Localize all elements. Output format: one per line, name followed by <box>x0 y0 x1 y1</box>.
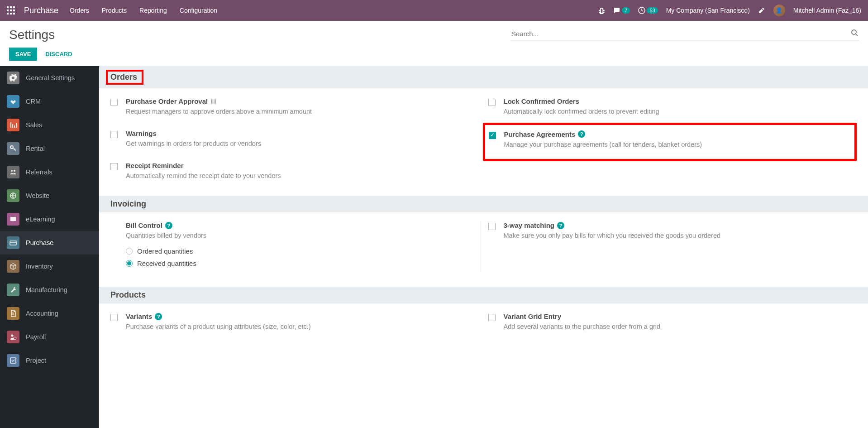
box-icon <box>7 260 19 273</box>
sidebar-item-inventory[interactable]: Inventory <box>0 255 99 278</box>
people-icon <box>7 166 19 178</box>
sidebar-item-manufacturing[interactable]: Manufacturing <box>0 278 99 302</box>
messages-icon[interactable]: 7 <box>613 7 630 14</box>
setting-3way-matching: 3-way matching? Make sure you only pay b… <box>488 221 857 241</box>
settings-block-invoicing: Bill Control? Quantities billed by vendo… <box>99 212 868 287</box>
checkbox-3way-matching[interactable] <box>488 223 496 230</box>
svg-point-3 <box>11 170 13 172</box>
checkbox-receipt-reminder[interactable] <box>110 163 118 170</box>
company-switcher[interactable]: My Company (San Francisco) <box>666 7 750 14</box>
svg-rect-11 <box>212 99 216 104</box>
settings-block-orders: Purchase Order Approval Request managers… <box>99 88 868 196</box>
sidebar-item-rental[interactable]: Rental <box>0 137 99 160</box>
sidebar-item-label: Inventory <box>26 263 53 270</box>
search-icon[interactable] <box>851 29 858 38</box>
sidebar-item-label: Payroll <box>26 333 46 341</box>
chart-icon <box>7 119 19 131</box>
nav-orders[interactable]: Orders <box>70 7 89 14</box>
settings-block-products: Variants? Purchase variants of a product… <box>99 303 868 347</box>
radio-ordered-quantities[interactable]: Ordered quantities <box>126 247 472 255</box>
setting-desc: Quantities billed by vendors <box>126 231 472 241</box>
sidebar-item-payroll[interactable]: Payroll <box>0 325 99 349</box>
document-icon: $ <box>7 307 19 320</box>
sidebar-item-label: Rental <box>26 145 45 152</box>
setting-title: Bill Control <box>126 221 162 229</box>
control-panel: Settings SAVE DISCARD <box>0 21 868 66</box>
nav-reporting[interactable]: Reporting <box>139 7 167 14</box>
section-header-orders: Orders <box>99 66 868 88</box>
setting-title: Receipt Reminder <box>126 162 479 169</box>
svg-point-8 <box>11 335 14 337</box>
setting-receipt-reminder: Receipt Reminder Automatically remind th… <box>110 162 479 181</box>
help-icon[interactable]: ? <box>165 222 172 229</box>
svg-point-4 <box>14 170 15 172</box>
sidebar-item-project[interactable]: Project <box>0 349 99 372</box>
sidebar-item-referrals[interactable]: Referrals <box>0 160 99 184</box>
sidebar-item-general-settings[interactable]: General Settings <box>0 66 99 90</box>
setting-desc: Automatically lock confirmed orders to p… <box>504 107 857 117</box>
svg-rect-6 <box>10 241 16 245</box>
checkbox-lock-confirmed[interactable] <box>488 99 496 106</box>
help-icon[interactable]: ? <box>578 130 585 138</box>
book-icon <box>7 213 19 226</box>
activities-badge: 53 <box>647 7 658 14</box>
radio-label: Received quantities <box>137 260 196 267</box>
sidebar-item-label: Purchase <box>26 239 53 246</box>
key-icon <box>7 142 19 155</box>
svg-text:$: $ <box>12 312 14 315</box>
handshake-icon <box>7 95 19 108</box>
page-title: Settings <box>9 28 74 42</box>
checkbox-purchase-order-approval[interactable] <box>110 99 118 106</box>
help-icon[interactable]: ? <box>155 313 162 320</box>
discard-button[interactable]: DISCARD <box>43 48 74 61</box>
radio-label: Ordered quantities <box>137 247 193 255</box>
section-header-invoicing: Invoicing <box>99 196 868 212</box>
credit-card-icon <box>7 236 19 249</box>
setting-desc: Get warnings in orders for products or v… <box>126 139 479 149</box>
sidebar-item-label: Sales <box>26 121 42 129</box>
sidebar-item-sales[interactable]: Sales <box>0 113 99 137</box>
checkbox-variants[interactable] <box>110 314 118 321</box>
gear-icon <box>7 72 19 84</box>
setting-desc: Manage your purchase agreements (call fo… <box>504 140 851 150</box>
sidebar-item-label: CRM <box>26 98 41 105</box>
setting-title: Purchase Agreements <box>504 130 576 138</box>
save-button[interactable]: SAVE <box>9 48 37 61</box>
activities-icon[interactable]: 53 <box>638 7 658 14</box>
sidebar-item-crm[interactable]: CRM <box>0 90 99 113</box>
sidebar-item-elearning[interactable]: eLearning <box>0 207 99 231</box>
settings-content[interactable]: Orders Purchase Order Approval Request m… <box>99 66 868 428</box>
user-menu[interactable]: Mitchell Admin (Faz_16) <box>793 7 861 14</box>
checkbox-warnings[interactable] <box>110 131 118 138</box>
avatar[interactable]: 👤 <box>773 5 785 16</box>
app-brand[interactable]: Purchase <box>24 6 58 15</box>
setting-title: 3-way matching <box>504 221 555 229</box>
tools-icon[interactable] <box>758 7 765 14</box>
checkbox-purchase-agreements[interactable] <box>489 132 496 139</box>
nav-configuration[interactable]: Configuration <box>180 7 217 14</box>
nav-products[interactable]: Products <box>102 7 127 14</box>
radio-dot <box>126 248 133 255</box>
sidebar-item-website[interactable]: Website <box>0 184 99 207</box>
sidebar-item-purchase[interactable]: Purchase <box>0 231 99 255</box>
checkbox-variant-grid[interactable] <box>488 314 496 321</box>
setting-purchase-order-approval: Purchase Order Approval Request managers… <box>110 97 479 117</box>
setting-desc: Purchase variants of a product using att… <box>126 322 479 332</box>
main: General Settings CRM Sales Rental Referr… <box>0 66 868 428</box>
setting-desc: Request managers to approve orders above… <box>126 107 479 117</box>
debug-icon[interactable] <box>598 7 605 14</box>
setting-purchase-agreements: Purchase Agreements? Manage your purchas… <box>483 123 857 161</box>
search-input[interactable] <box>510 28 859 40</box>
setting-warnings: Warnings Get warnings in orders for prod… <box>110 130 479 149</box>
radio-received-quantities[interactable]: Received quantities <box>126 260 472 267</box>
sidebar-item-accounting[interactable]: $Accounting <box>0 302 99 325</box>
radio-dot <box>126 260 133 267</box>
person-money-icon <box>7 331 19 343</box>
sidebar-item-label: Manufacturing <box>26 286 67 293</box>
sidebar-item-label: Accounting <box>26 310 58 317</box>
svg-point-9 <box>14 337 16 340</box>
help-icon[interactable]: ? <box>557 222 564 229</box>
setting-title: Purchase Order Approval <box>126 97 208 105</box>
apps-icon[interactable] <box>7 6 15 14</box>
messages-badge: 7 <box>622 7 630 14</box>
